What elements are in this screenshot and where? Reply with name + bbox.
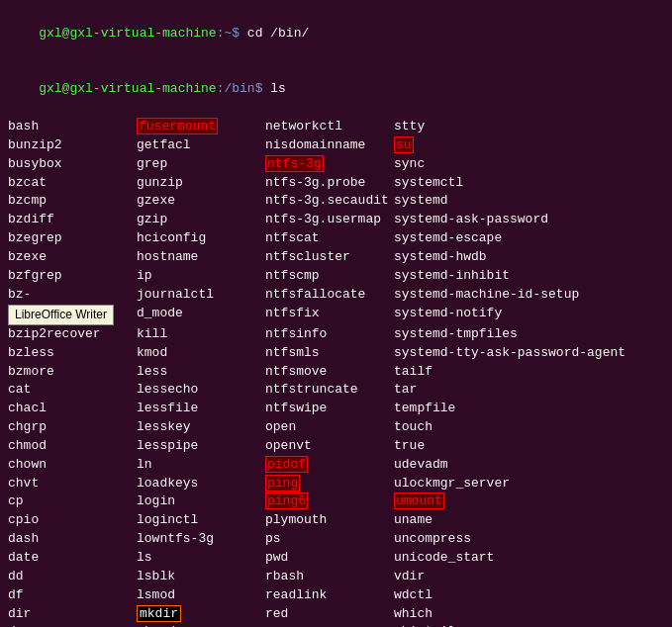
highlight-su: su [394,136,414,153]
ls-row-25: dd lsblk rbash vdir [8,568,664,586]
cell-bzfgrep: bzfgrep [8,267,137,286]
terminal: gxl@gxl-virtual-machine:~$ cd /bin/ gxl@… [8,6,664,627]
command-line-2: gxl@gxl-virtual-machine:/bin$ ls [8,62,664,119]
ls-row-10: bz- journalctl ntfsfallocate systemd-mac… [8,286,664,305]
cell-chmod: chmod [8,437,137,456]
cell-date: date [8,549,137,568]
ls-row-5: bzcmp gzexe ntfs-3g.secaudit systemd [8,192,664,211]
cell-gzexe: gzexe [137,192,265,211]
ls-row-1: bash fusermount networkctl stty [8,118,664,136]
cell-cp: cp [8,493,137,511]
cell-chvt: chvt [8,475,137,493]
cell-openvt: openvt [265,437,394,456]
ls-row-21: cp login ping6 umount [8,493,664,511]
highlight-umount: umount [394,493,444,509]
cell-tooltip-placeholder: LibreOffice Writer [8,305,137,325]
ls-row-23: dash lowntfs-3g ps uncompress [8,530,664,549]
ls-row-12: bzip2recover kill ntfsinfo systemd-tmpfi… [8,325,664,344]
cell-ntfsmove: ntfsmove [265,363,394,382]
ls-row-16: chacl lessfile ntfswipe tempfile [8,400,664,418]
ls-row-8: bzexe hostname ntfscluster systemd-hwdb [8,248,664,267]
cell-bzexe: bzexe [8,248,137,267]
cell-red: red [265,605,394,624]
ls-row-17: chgrp lesskey open touch [8,418,664,437]
cell-gzip: gzip [137,211,265,229]
cell-bz: bz- [8,286,137,305]
cell-lowntfs-3g: lowntfs-3g [137,530,265,549]
prompt-path-1: :~$ [217,26,240,41]
cell-lesspipe: lesspipe [137,437,265,456]
cell-tar: tar [394,381,664,400]
cell-systemd-tty-ask-password-agent: systemd-tty-ask-password-agent [394,344,664,363]
cell-dd: dd [8,568,137,586]
cell-cpio: cpio [8,511,137,530]
ls-row-28: dmesg mknod rm whiptail [8,623,664,627]
cell-umount: umount [394,493,664,511]
cell-wdctl: wdctl [394,586,664,605]
cell-ntfscluster: ntfscluster [265,248,394,267]
cell-uncompress: uncompress [394,530,664,549]
cell-systemd: systemd [394,192,664,211]
cell-df: df [8,586,137,605]
cell-unicode-start: unicode_start [394,549,664,568]
cell-systemd-hwdb: systemd-hwdb [394,248,664,267]
cell-lessecho: lessecho [137,381,265,400]
ls-row-15: cat lessecho ntfstruncate tar [8,381,664,400]
cell-vdir: vdir [394,568,664,586]
ls-row-13: bzless kmod ntfsmls systemd-tty-ask-pass… [8,344,664,363]
ls-row-6: bzdiff gzip ntfs-3g.usermap systemd-ask-… [8,211,664,229]
cell-networkctl: networkctl [265,118,394,136]
cell-ntfsmls: ntfsmls [265,344,394,363]
ls-row-22: cpio loginctl plymouth uname [8,511,664,530]
highlight-fusermount: fusermount [137,118,218,134]
cell-ntfsfix: ntfsfix [265,305,394,325]
ls-row-20: chvt loadkeys ping ulockmgr_server [8,475,664,493]
cell-rm: rm [265,623,394,627]
cell-less: less [137,363,265,382]
cell-ntfswipe: ntfswipe [265,400,394,418]
cell-ip: ip [137,267,265,286]
cell-systemd-tmpfiles: systemd-tmpfiles [394,325,664,344]
cell-ps: ps [265,530,394,549]
cell-udevadm: udevadm [394,456,664,475]
ls-row-7: bzegrep hciconfig ntfscat systemd-escape [8,229,664,248]
cell-systemd-ask-password: systemd-ask-password [394,211,664,229]
prompt-user-1: gxl@gxl-virtual-machine [39,26,216,41]
cell-bzmore: bzmore [8,363,137,382]
cell-chgrp: chgrp [8,418,137,437]
cell-login: login [137,493,265,511]
cell-ntfstruncate: ntfstruncate [265,381,394,400]
cell-rbash: rbash [265,568,394,586]
ls-row-2: bunzip2 getfacl nisdomainname su [8,136,664,155]
cell-loadkeys: loadkeys [137,475,265,493]
cell-ulockmgr-server: ulockmgr_server [394,475,664,493]
cell-grep: grep [137,155,265,174]
libreoffice-tooltip: LibreOffice Writer [8,305,114,325]
cell-readlink: readlink [265,586,394,605]
cell-su: su [394,136,664,155]
ls-row-26: df lsmod readlink wdctl [8,586,664,605]
prompt-user-2: gxl@gxl-virtual-machine [39,81,216,96]
cell-busybox: busybox [8,155,137,174]
cell-journalctl: journalctl [137,286,265,305]
cell-ls: ls [137,549,265,568]
cell-bzcmp: bzcmp [8,192,137,211]
cell-ntfscmp: ntfscmp [265,267,394,286]
cell-dash: dash [8,530,137,549]
cell-tempfile: tempfile [394,400,664,418]
highlight-ping6: ping6 [265,493,308,509]
cell-ntfs-3g: ntfs-3g [265,155,394,174]
cell-ntfsinfo: ntfsinfo [265,325,394,344]
cell-mkdir: mkdir [137,605,265,624]
cell-systemd-machine-id-setup: systemd-machine-id-setup [394,286,664,305]
cell-d-mode: d_mode [137,305,265,325]
cell-systemd-inhibit: systemd-inhibit [394,267,664,286]
ls-row-9: bzfgrep ip ntfscmp systemd-inhibit [8,267,664,286]
cell-loginctl: loginctl [137,511,265,530]
cell-systemd-notify: systemd-notify [394,305,664,325]
ls-row-27: dir mkdir red which [8,605,664,624]
cell-whiptail: whiptail [394,623,664,627]
cell-bzegrep: bzegrep [8,229,137,248]
cell-cat: cat [8,381,137,400]
highlight-pidof: pidof [265,456,308,473]
